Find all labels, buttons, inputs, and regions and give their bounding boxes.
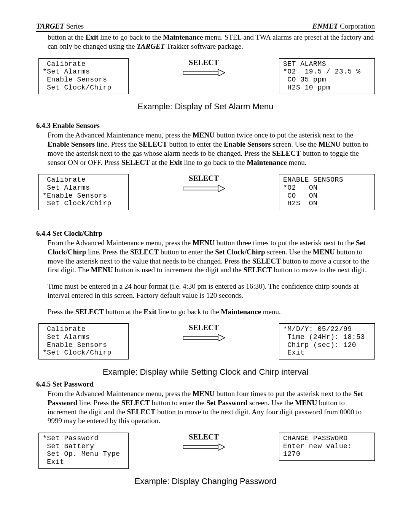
para-set-clock-3: Press the SELECT button at the Exit line… xyxy=(48,307,375,316)
lcd-menu-enable-sensors: Calibrate Set Alarms *Enable Sensors Set… xyxy=(38,174,129,210)
select-arrow-group: SELECT xyxy=(129,174,279,192)
header-right: ENMET Corporation xyxy=(312,22,375,30)
select-arrow-group: SELECT xyxy=(129,323,279,341)
series-word: Series xyxy=(64,22,84,30)
para-set-clock-1: From the Advanced Maintenance menu, pres… xyxy=(48,238,375,275)
lcd-screen-set-password: CHANGE PASSWORD Enter new value: 1270 xyxy=(279,433,375,461)
target-word: TARGET xyxy=(36,22,64,30)
svg-rect-6 xyxy=(183,446,218,449)
intro-paragraph: button at the Exit line to go back to th… xyxy=(48,33,375,51)
svg-marker-3 xyxy=(218,185,225,192)
svg-marker-7 xyxy=(218,444,225,451)
arrow-right-icon xyxy=(183,69,225,76)
enmet-word: ENMET xyxy=(312,22,338,30)
lcd-screen-set-alarms: SET ALARMS *O2 19.5 / 23.5 % CO 35 ppm H… xyxy=(279,58,375,94)
heading-enable-sensors: 6.4.3 Enable Sensors xyxy=(36,121,375,130)
para-set-clock-2: Time must be entered in a 24 hour format… xyxy=(48,282,375,300)
header-left: TARGET Series xyxy=(36,22,84,30)
para-enable-sensors: From the Advanced Maintenance menu, pres… xyxy=(48,131,375,167)
select-arrow-group: SELECT xyxy=(129,433,279,451)
select-arrow-group: SELECT xyxy=(129,58,279,76)
arrow-right-icon xyxy=(183,334,225,341)
arrow-right-icon xyxy=(183,444,225,451)
diagram-set-alarms: Calibrate *Set Alarms Enable Sensors Set… xyxy=(36,58,375,94)
diagram-set-password: *Set Password Set Battery Set Op. Menu T… xyxy=(36,433,375,469)
select-label: SELECT xyxy=(189,433,219,441)
diagram-set-clock: Calibrate Set Alarms Enable Sensors *Set… xyxy=(36,323,375,359)
arrow-right-icon xyxy=(183,185,225,192)
select-label: SELECT xyxy=(189,323,219,332)
heading-set-password: 6.4.5 Set Password xyxy=(36,380,375,388)
svg-rect-4 xyxy=(183,336,218,339)
corporation-word: Corporation xyxy=(338,22,375,30)
caption-set-clock: Example: Display while Setting Clock and… xyxy=(36,367,375,377)
diagram-enable-sensors: Calibrate Set Alarms *Enable Sensors Set… xyxy=(36,174,375,210)
svg-rect-2 xyxy=(183,187,218,190)
lcd-menu-set-clock: Calibrate Set Alarms Enable Sensors *Set… xyxy=(38,323,129,359)
page-header: TARGET Series ENMET Corporation xyxy=(36,22,375,32)
para-set-password: From the Advanced Maintenance menu, pres… xyxy=(48,389,375,425)
lcd-screen-set-clock: *M/D/Y: 05/22/99 Time (24Hr): 18:53 Chir… xyxy=(279,323,375,359)
lcd-menu-set-alarms: Calibrate *Set Alarms Enable Sensors Set… xyxy=(38,58,129,94)
select-label: SELECT xyxy=(189,174,219,183)
caption-set-password: Example: Display Changing Password xyxy=(36,476,375,486)
heading-set-clock-chirp: 6.4.4 Set Clock/Chirp xyxy=(36,229,375,238)
select-label: SELECT xyxy=(189,58,219,67)
svg-marker-5 xyxy=(218,334,225,341)
svg-rect-0 xyxy=(183,71,218,74)
svg-marker-1 xyxy=(218,69,225,76)
lcd-screen-enable-sensors: ENABLE SENSORS *O2 ON CO ON H2S ON xyxy=(279,174,375,210)
caption-set-alarms: Example: Display of Set Alarm Menu xyxy=(36,102,375,112)
lcd-menu-set-password: *Set Password Set Battery Set Op. Menu T… xyxy=(38,433,129,469)
